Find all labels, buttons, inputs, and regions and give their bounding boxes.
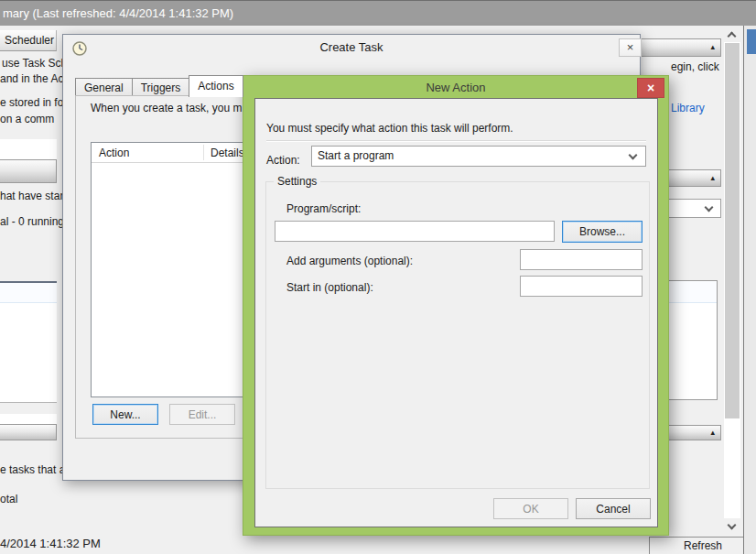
new-action-content: You must specify what action this task w… [254, 98, 658, 527]
close-icon[interactable]: × [619, 38, 642, 57]
main-window-title: mary (Last refreshed: 4/4/2014 1:41:32 P… [3, 6, 233, 20]
add-arguments-input[interactable] [520, 249, 643, 270]
status-list-row[interactable] [0, 283, 57, 303]
left-text-fragment: use Task Sch [2, 57, 67, 70]
summary-panel-strip [0, 139, 57, 159]
library-link[interactable]: Library [671, 102, 705, 114]
window-edge-highlight [747, 29, 756, 54]
program-script-label: Program/script: [286, 202, 361, 215]
collapse-up-icon[interactable]: ▴ [710, 173, 715, 182]
section-header-bar[interactable] [0, 159, 57, 183]
new-action-dialog: New Action × You must specify what actio… [243, 75, 669, 536]
section-header-bar[interactable] [0, 424, 57, 440]
scrollbar-down-button[interactable] [724, 518, 740, 534]
ok-button[interactable]: OK [493, 498, 568, 519]
vertical-scrollbar[interactable] [724, 27, 740, 534]
cancel-button[interactable]: Cancel [576, 498, 651, 519]
edit-button[interactable]: Edit... [169, 404, 235, 425]
close-icon[interactable]: × [637, 78, 664, 98]
left-text-fragment: and in the Ac [0, 72, 63, 85]
start-in-input[interactable] [520, 276, 643, 297]
action-dropdown[interactable]: Start a program [311, 146, 646, 167]
browse-button[interactable]: Browse... [562, 221, 643, 243]
status-bar-time: 4/2014 1:41:32 PM [0, 537, 101, 550]
collapse-up-icon[interactable]: ▴ [710, 42, 715, 51]
right-text-fragment: egin, click [671, 60, 719, 73]
chevron-down-icon [629, 151, 638, 160]
console-tree-header[interactable]: Scheduler [0, 30, 57, 51]
new-action-message: You must specify what action this task w… [266, 122, 513, 135]
left-text-fragment: e stored in fo [0, 96, 63, 109]
chevron-down-icon [705, 203, 714, 212]
new-action-title: New Action [243, 81, 668, 94]
action-label: Action: [266, 154, 300, 167]
start-in-label: Start in (optional): [286, 281, 373, 294]
add-arguments-label: Add arguments (optional): [286, 255, 413, 267]
console-tree-header-label: Scheduler [5, 34, 54, 47]
action-dropdown-value: Start a program [318, 149, 394, 162]
create-task-title: Create Task [63, 40, 640, 54]
cancel-button-label: Cancel [596, 503, 630, 516]
main-window-title-bar[interactable]: mary (Last refreshed: 4/4/2014 1:41:32 P… [0, 0, 756, 26]
ok-button-label: OK [523, 503, 538, 516]
scrollbar-thumb[interactable] [725, 43, 740, 418]
chevron-up-icon [728, 32, 737, 41]
browse-button-label: Browse... [579, 225, 625, 238]
summary-panel-strip [0, 414, 57, 424]
tab-general[interactable]: General [75, 78, 133, 96]
status-list[interactable] [0, 283, 57, 403]
column-header-details[interactable]: Details [211, 143, 244, 163]
new-button-label: New... [110, 408, 140, 421]
edit-button-label: Edit... [189, 408, 217, 421]
new-button[interactable]: New... [92, 404, 158, 425]
settings-groupbox-label: Settings [274, 175, 320, 188]
refresh-button-label: Refresh [684, 539, 722, 552]
window-edge-area [744, 26, 756, 554]
tab-triggers[interactable]: Triggers [132, 78, 190, 96]
column-separator[interactable] [203, 145, 204, 160]
left-text-fragment: al - 0 running [0, 215, 64, 228]
actions-tab-description: When you create a task, you m [91, 102, 242, 114]
collapse-up-icon[interactable]: ▴ [710, 428, 715, 437]
left-text-fragment: hat have star [0, 190, 63, 202]
separator [266, 140, 646, 142]
task-scheduler-screen: mary (Last refreshed: 4/4/2014 1:41:32 P… [0, 0, 756, 554]
chevron-down-icon [728, 521, 737, 530]
refresh-button[interactable]: Refresh [649, 537, 756, 554]
left-text-fragment: on a comm [0, 113, 54, 125]
column-header-action[interactable]: Action [99, 143, 129, 163]
program-script-input[interactable] [275, 221, 555, 242]
left-text-fragment: e tasks that ar [0, 463, 69, 476]
scrollbar-up-button[interactable] [724, 27, 740, 42]
left-text-fragment: otal [0, 493, 17, 505]
settings-groupbox: Settings Program/script: Browse... Add a… [265, 181, 650, 489]
tab-actions[interactable]: Actions [189, 75, 243, 97]
